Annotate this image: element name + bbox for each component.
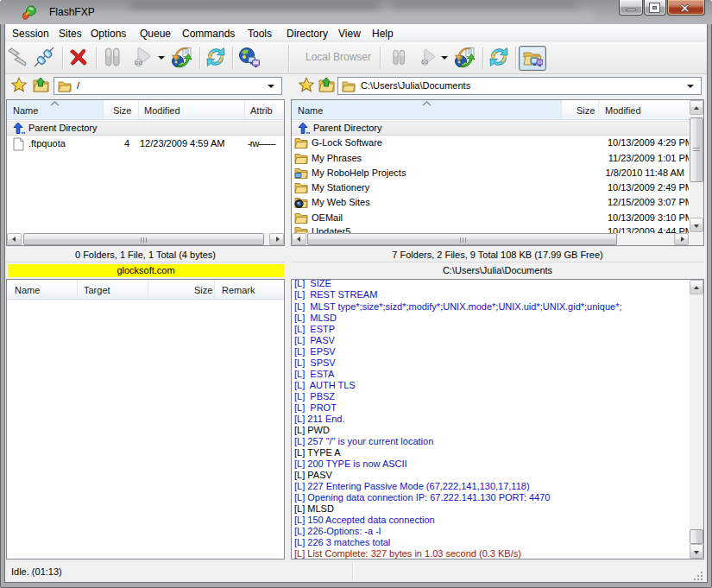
svg-text:GO: GO bbox=[135, 60, 142, 66]
svg-text:GO: GO bbox=[422, 60, 429, 65]
